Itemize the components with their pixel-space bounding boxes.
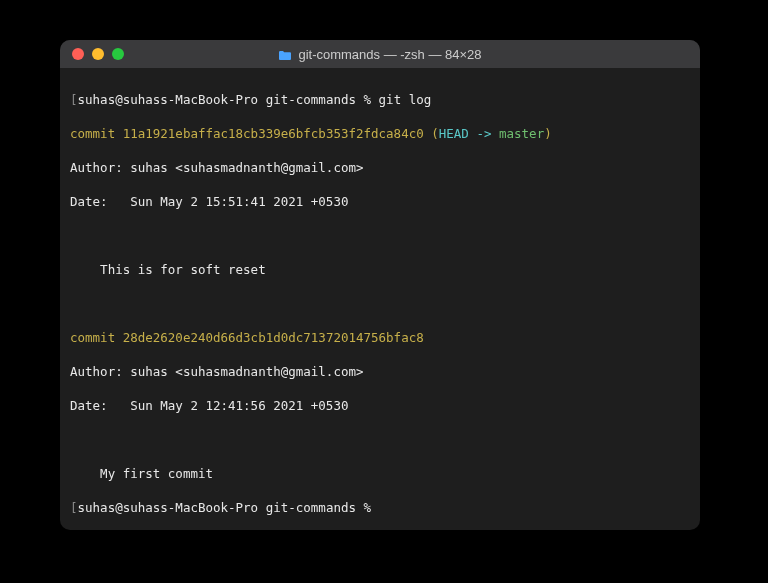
commit-line: commit 11a1921ebaffac18cb339e6bfcb353f2f… [70,125,690,142]
close-icon[interactable] [72,48,84,60]
titlebar: git-commands — -zsh — 84×28 [60,40,700,68]
commit-hash: 28de2620e240d66d3cb1d0dc71372014756bfac8 [123,330,424,345]
title-folder: git-commands [298,47,380,62]
title-suffix: — -zsh — 84×28 [380,47,482,62]
date-line: Date: Sun May 2 12:41:56 2021 +0530 [70,397,690,414]
prompt-line: [suhas@suhass-MacBook-Pro git-commands % [70,499,690,516]
command-text: git log [379,92,432,107]
author-line: Author: suhas <suhasmadnanth@gmail.com> [70,363,690,380]
prompt-line: [suhas@suhass-MacBook-Pro git-commands %… [70,91,690,108]
commit-message: My first commit [70,465,690,482]
terminal-body[interactable]: [suhas@suhass-MacBook-Pro git-commands %… [60,68,700,530]
terminal-window: git-commands — -zsh — 84×28 [suhas@suhas… [60,40,700,530]
commit-line: commit 28de2620e240d66d3cb1d0dc713720147… [70,329,690,346]
maximize-icon[interactable] [112,48,124,60]
head-ref: HEAD -> [439,126,499,141]
traffic-lights [72,48,124,60]
commit-hash: 11a1921ebaffac18cb339e6bfcb353f2fdca84c0 [123,126,424,141]
author-line: Author: suhas <suhasmadnanth@gmail.com> [70,159,690,176]
folder-icon [278,49,292,60]
date-line: Date: Sun May 2 15:51:41 2021 +0530 [70,193,690,210]
branch-ref: master [499,126,544,141]
window-title: git-commands — -zsh — 84×28 [60,47,700,62]
minimize-icon[interactable] [92,48,104,60]
commit-message: This is for soft reset [70,261,690,278]
